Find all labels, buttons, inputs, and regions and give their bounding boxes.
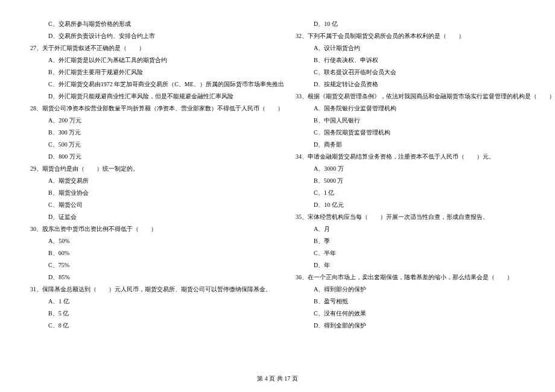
option-line: A、得到部分的保护 — [290, 283, 531, 296]
question-line: 32、下列不属于会员制期货交易所会员的基本权利的是（ ） — [290, 30, 531, 42]
option-line: C、8 亿 — [24, 320, 265, 332]
option-line: C、500 万元 — [24, 139, 265, 151]
option-line: D、交易所负责设计合约、安排合约上市 — [24, 30, 265, 42]
option-line: D、按规定转让会员资格 — [290, 78, 531, 90]
option-line: C、1 亿 — [290, 187, 531, 199]
option-line: B、外汇期货主要用于规避外汇风险 — [24, 66, 265, 78]
option-line: A、月 — [290, 223, 531, 235]
option-line: C、外汇期货交易由1972 年芝加哥商业交易所（C、ME、）所属的国际货币市场率… — [24, 78, 265, 90]
option-line: C、半年 — [290, 247, 531, 259]
option-line: A、外汇期货是以外汇为基础工具的期货合约 — [24, 54, 265, 66]
option-line: D、800 万元 — [24, 151, 265, 163]
option-line: C、联名提议召开临时会员大会 — [290, 66, 531, 78]
option-line: B、期货业协会 — [24, 187, 265, 199]
option-line: A、期货交易所 — [24, 175, 265, 187]
option-line: C、交易所参与期货价格的形成 — [24, 18, 265, 30]
option-line: B、盈亏相抵 — [290, 296, 531, 308]
option-line: D、10 亿 — [290, 18, 531, 30]
option-line: A、设计期货合约 — [290, 42, 531, 54]
question-line: 33、根据《期货交易管理条例》，依法对我国商品和金融期货市场实行监督管理的机构是… — [290, 90, 531, 103]
option-line: D、商务部 — [290, 139, 531, 151]
option-line: A、3000 万 — [290, 163, 531, 175]
right-column: D、10 亿32、下列不属于会员制期货交易所会员的基本权利的是（ ）A、设计期货… — [290, 18, 531, 332]
question-line: 35、宋体经营机构应当每（ ）开展一次适当性自查，形成自查报告。 — [290, 211, 531, 223]
option-line: D、得到全部的保护 — [290, 320, 531, 332]
option-line: B、5000 万 — [290, 175, 531, 187]
option-line: D、证监会 — [24, 211, 265, 223]
option-line: B、行使表决权、申诉权 — [290, 54, 531, 66]
option-line: B、季 — [290, 235, 531, 247]
option-line: B、5 亿 — [24, 308, 265, 320]
option-line: D、外汇期货只能规避商业性汇率风险，但是不能规避金融性汇率风险 — [24, 90, 265, 103]
question-line: 27、关于外汇期货叙述不正确的是（ ） — [24, 42, 265, 54]
left-column: C、交易所参与期货价格的形成D、交易所负责设计合约、安排合约上市27、关于外汇期… — [24, 18, 265, 332]
option-line: D、年 — [290, 259, 531, 271]
option-line: D、85% — [24, 271, 265, 283]
option-line: C、没有任何的效果 — [290, 308, 531, 320]
option-line: D、10 亿元 — [290, 199, 531, 211]
option-line: B、中国人民银行 — [290, 115, 531, 127]
question-line: 31、保障基金总额达到（ ）元人民币，期货交易所、期货公司可以暂停缴纳保障基金。 — [24, 283, 265, 296]
option-line: A、1 亿 — [24, 296, 265, 308]
exam-content: C、交易所参与期货价格的形成D、交易所负责设计合约、安排合约上市27、关于外汇期… — [24, 18, 531, 332]
question-line: 28、期货公司净资本按营业部数量平均折算额（净资本、营业部家数）不得低于人民币（… — [24, 103, 265, 115]
option-line: C、期货公司 — [24, 199, 265, 211]
page-footer: 第 4 页 共 17 页 — [0, 375, 555, 383]
option-line: B、300 万元 — [24, 127, 265, 139]
option-line: A、50% — [24, 235, 265, 247]
question-line: 29、期货合约是由（ ）统一制定的。 — [24, 163, 265, 175]
option-line: A、国务院银行业监督管理机构 — [290, 103, 531, 115]
option-line: A、200 万元 — [24, 115, 265, 127]
option-line: B、60% — [24, 247, 265, 259]
question-line: 36、在一个正向市场上，卖出套期保值，随着基差的缩小，那么结果会是（ ） — [290, 271, 531, 283]
question-line: 34、申请金融期货交易结算业务资格，注册资本不低于人民币（ ）元。 — [290, 151, 531, 163]
question-line: 30、股东出资中货币出资比例不得低于（ ） — [24, 223, 265, 235]
option-line: C、国务院期货监督管理机构 — [290, 127, 531, 139]
option-line: C、75% — [24, 259, 265, 271]
